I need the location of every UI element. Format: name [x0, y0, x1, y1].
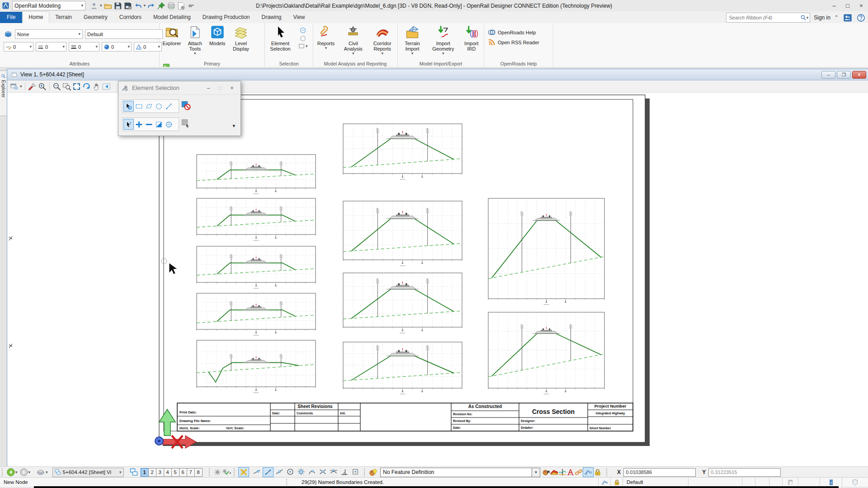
method-line[interactable]	[164, 101, 174, 111]
corridor-reports-button[interactable]: Corridor Reports ▾	[369, 23, 396, 59]
snap-nearest[interactable]	[252, 467, 262, 476]
sign-in-link[interactable]: Sign in	[814, 14, 830, 21]
view-toggle-icon[interactable]	[129, 468, 138, 477]
tab-model-detailing[interactable]: Model Detailing	[147, 12, 197, 23]
minimize-button[interactable]: –	[827, 0, 841, 11]
feature-definition-combo[interactable]: No Feature Definition ▾	[380, 468, 540, 477]
tab-drawing[interactable]: Drawing	[256, 12, 288, 23]
status-compress-cell[interactable]	[820, 478, 842, 487]
clear-selection-button[interactable]	[181, 100, 192, 111]
select-all-button[interactable]	[181, 118, 192, 129]
snap-tangent[interactable]	[329, 467, 339, 476]
view-2-button[interactable]: 2	[148, 468, 156, 477]
chevron-down-icon[interactable]: ▾	[28, 470, 31, 474]
attach-tools-button[interactable]: Attach Tools ▾	[184, 23, 205, 59]
search-icon[interactable]	[800, 14, 807, 21]
snap-intersection[interactable]	[318, 467, 328, 476]
view-attributes-icon[interactable]	[10, 82, 19, 91]
x-coordinate-input[interactable]	[623, 468, 696, 477]
open-rss-reader-button[interactable]: Open RSS Reader	[488, 38, 553, 46]
rotate-view-icon[interactable]	[82, 82, 91, 91]
view-5-button[interactable]: 5	[171, 468, 179, 477]
dialog-minimize-button[interactable]: –	[203, 85, 214, 91]
chevron-down-icon[interactable]: ▾	[306, 44, 308, 48]
snap-origin[interactable]	[296, 467, 306, 476]
link-icon[interactable]	[575, 468, 583, 476]
chevron-down-icon[interactable]: ▾	[20, 84, 22, 89]
tab-file[interactable]: File	[0, 12, 22, 23]
snap-keypoint[interactable]	[263, 467, 274, 477]
snap-midpoint[interactable]	[274, 467, 284, 476]
level-combo[interactable]: None ▾	[15, 29, 83, 39]
view-1-button[interactable]: 1	[141, 468, 149, 477]
properties-icon[interactable]	[177, 2, 185, 10]
snap-point-through[interactable]	[350, 467, 360, 476]
fit-view-icon[interactable]	[72, 82, 81, 91]
annotation-icon[interactable]	[566, 468, 575, 476]
status-selection-cell[interactable]	[782, 478, 798, 487]
color-combo[interactable]: 0 ▾	[102, 42, 132, 52]
terrain-import-button[interactable]: Terrain Import ▾	[399, 23, 426, 59]
update-view-icon[interactable]	[28, 82, 37, 91]
tab-drawing-production[interactable]: Drawing Production	[197, 12, 256, 23]
zoom-out-icon[interactable]	[52, 82, 61, 91]
zoom-in-icon[interactable]	[38, 82, 47, 91]
mode-overlap[interactable]	[164, 119, 174, 129]
view-close-button[interactable]: ×	[852, 71, 866, 79]
view-titlebar[interactable]: View 1, 5+604.442 [Sheet] – ❐ ×	[7, 69, 868, 80]
snap-divisor-icon[interactable]	[213, 468, 222, 476]
template-combo[interactable]: Default	[85, 29, 163, 39]
tab-home[interactable]: Home	[22, 11, 49, 23]
tab-terrain[interactable]: Terrain	[49, 12, 78, 23]
method-circle[interactable]	[154, 101, 164, 111]
snap-bisector[interactable]	[307, 467, 317, 476]
level-display-button[interactable]: Level Display	[229, 23, 253, 59]
view-redo-icon[interactable]	[19, 468, 28, 477]
tab-view[interactable]: View	[288, 12, 311, 23]
mode-add[interactable]	[134, 119, 144, 129]
view-undo-icon[interactable]	[6, 468, 15, 477]
fence-active-icon[interactable]	[299, 27, 307, 34]
save-settings-icon[interactable]	[124, 2, 132, 10]
status-protection-cell[interactable]	[842, 478, 868, 487]
window-area-icon[interactable]	[62, 82, 71, 91]
close-button[interactable]: ×	[854, 0, 868, 11]
reports-button[interactable]: Reports ▾	[314, 23, 338, 59]
import-geometry-button[interactable]: Import Geometry ▾	[427, 23, 459, 59]
status-snap-cell[interactable]	[598, 478, 610, 487]
snap-center[interactable]	[285, 467, 295, 476]
chevron-down-icon[interactable]: ▾	[100, 4, 102, 8]
import-ird-button[interactable]: Import IRD	[461, 23, 482, 59]
view-3-button[interactable]: 3	[156, 468, 164, 477]
match-feature-icon[interactable]	[542, 468, 550, 476]
snap-perpendicular[interactable]	[340, 467, 349, 476]
chevron-down-icon[interactable]: ▾	[15, 470, 18, 474]
view-restore-button[interactable]: ❐	[837, 71, 851, 79]
tab-corridors[interactable]: Corridors	[113, 12, 147, 23]
view-4-button[interactable]: 4	[164, 468, 172, 477]
element-selection-button[interactable]: Element Selection	[266, 23, 295, 59]
customize-toolbar-icon[interactable]	[187, 2, 195, 10]
mode-subtract[interactable]	[144, 119, 154, 129]
view-minimize-button[interactable]: –	[821, 71, 835, 79]
snap-more-icon[interactable]: ▴	[230, 471, 231, 474]
fence-inactive-icon[interactable]	[299, 35, 307, 42]
accusnap-toggle[interactable]	[238, 467, 249, 477]
method-block[interactable]	[134, 101, 144, 111]
terrain-feature-icon[interactable]	[550, 468, 558, 476]
drawing-canvas[interactable]: Print Date:Drawing File Name:Horiz. Scal…	[7, 93, 868, 467]
mode-invert[interactable]	[154, 119, 164, 129]
chevron-down-icon[interactable]: ▾	[807, 16, 809, 20]
transparency-combo[interactable]: 0 ▾	[134, 42, 162, 52]
models-button[interactable]: Models	[207, 23, 228, 59]
ribbon-search[interactable]: ▾	[726, 13, 810, 23]
dialog-close-button[interactable]: ×	[226, 85, 238, 91]
explorer-side-tab[interactable]: Explorer	[0, 70, 7, 116]
chevron-down-icon[interactable]: ▾	[46, 470, 48, 474]
y-coordinate-input[interactable]	[708, 468, 781, 477]
method-individual[interactable]	[123, 101, 134, 112]
view-7-button[interactable]: 7	[187, 468, 195, 477]
view-previous-icon[interactable]	[102, 82, 111, 91]
tab-geometry[interactable]: Geometry	[78, 12, 113, 23]
saved-view-selector[interactable]: 5+604.442 [Sheet] Vi ▾	[52, 468, 124, 477]
